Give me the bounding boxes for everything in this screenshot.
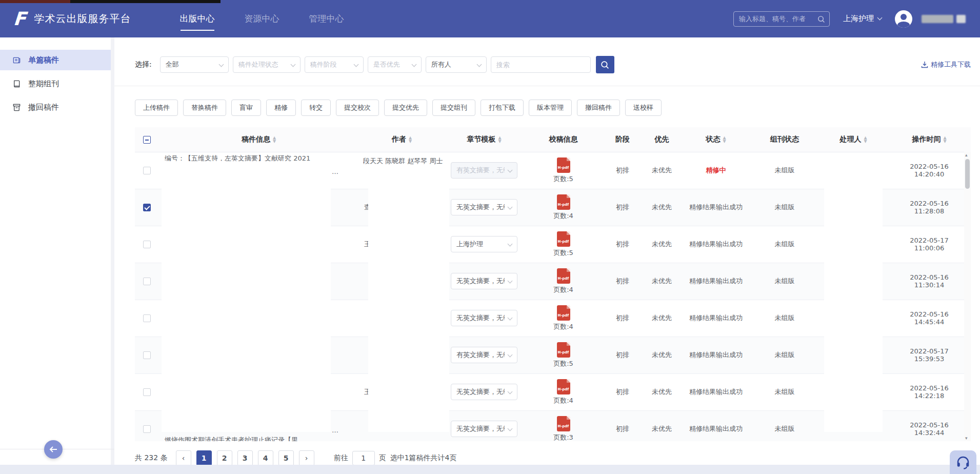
priority-cell: 未优先 [642, 189, 682, 226]
action-button[interactable]: 提交优先 [384, 100, 427, 116]
avatar[interactable] [895, 10, 912, 28]
keyword-search-input[interactable] [491, 56, 591, 73]
filter-select[interactable]: 全部 [160, 56, 229, 73]
action-button[interactable]: 替换稿件 [183, 100, 226, 116]
action-button[interactable]: 提交校次 [336, 100, 379, 116]
goto-page-input[interactable] [352, 451, 375, 465]
sort-icon[interactable]: ▲▼ [409, 136, 412, 143]
action-button[interactable]: 版本管理 [529, 100, 572, 116]
template-select[interactable]: 无英文摘要，无编 [451, 273, 517, 289]
action-button[interactable]: 转交 [301, 100, 331, 116]
pdf-file-icon[interactable]: H-pdf [557, 342, 570, 358]
page-number-button[interactable]: 1 [196, 450, 212, 466]
nav-item[interactable]: 资源中心 [245, 13, 279, 25]
action-button[interactable]: 提交组刊 [432, 100, 475, 116]
sidebar-item[interactable]: 撤回稿件 [0, 97, 111, 117]
pdf-file-icon[interactable]: H-pdf [557, 194, 570, 210]
op-date: 2022-05-16 [888, 384, 971, 392]
sidebar-item[interactable]: 整期组刊 [0, 73, 111, 94]
operation-time-cell: 2022-05-1614:32:44 [888, 410, 971, 441]
search-button[interactable] [596, 56, 614, 73]
filter-select[interactable]: 稿件阶段 [305, 56, 364, 73]
proof-info-cell: H-pdf页数:4 [524, 300, 603, 337]
org-selector[interactable]: 上海护理 [843, 14, 882, 24]
sort-icon[interactable]: ▲▼ [723, 136, 726, 143]
page-count: 页数:4 [524, 322, 603, 331]
action-button[interactable]: 精修 [266, 100, 296, 116]
row-select-cell [135, 226, 158, 263]
header-search-box [733, 11, 830, 27]
search-icon[interactable] [817, 15, 826, 26]
sort-icon[interactable]: ▲▼ [273, 136, 276, 143]
sort-icon[interactable]: ▲▼ [498, 136, 501, 143]
action-button[interactable]: 盲审 [231, 100, 261, 116]
template-cell: 有英文摘要，无编 [445, 152, 524, 189]
tool-download-link[interactable]: 精修工具下载 [921, 60, 971, 69]
row-checkbox[interactable] [143, 167, 151, 174]
journal-status-cell: 未组版 [750, 300, 819, 337]
op-time: 14:32:44 [888, 429, 971, 437]
column-header[interactable]: 状态▲▼ [682, 127, 750, 152]
scrollbar-thumb[interactable] [965, 159, 970, 189]
scroll-down-icon[interactable]: ▾ [965, 436, 968, 441]
template-cell: 无英文摘要，无编 [445, 373, 524, 410]
template-select[interactable]: 无英文摘要，无编 [451, 199, 517, 215]
nav-item[interactable]: 出版中心 [180, 13, 215, 25]
column-header[interactable]: 章节模板▲▼ [445, 127, 524, 152]
page-number-button[interactable]: 2 [217, 450, 232, 466]
sidebar-item[interactable]: 单篇稿件 [0, 50, 111, 70]
table-header-row: 稿件信息▲▼作者▲▼章节模板▲▼校稿信息阶段优先状态▲▼组刊状态处理人▲▼操作时… [135, 127, 971, 152]
page-number-button[interactable]: 5 [278, 450, 294, 466]
template-select[interactable]: 有英文摘要，无编 [451, 347, 517, 363]
scroll-up-icon[interactable]: ▴ [965, 152, 968, 157]
action-button[interactable]: 撤回稿件 [577, 100, 620, 116]
filter-select[interactable]: 所有人 [426, 56, 487, 73]
action-button[interactable]: 送校样 [625, 100, 662, 116]
status-text: 精修结果输出成功 [689, 240, 743, 248]
pdf-file-icon[interactable]: H-pdf [557, 157, 570, 173]
document-icon [12, 56, 21, 65]
column-header[interactable]: 处理人▲▼ [819, 127, 888, 152]
collapse-back-button[interactable] [44, 440, 63, 459]
row-checkbox[interactable] [143, 388, 151, 396]
column-header[interactable]: 作者▲▼ [359, 127, 445, 152]
next-page-button[interactable]: › [299, 450, 314, 466]
row-checkbox[interactable] [143, 314, 151, 322]
template-select[interactable]: 有英文摘要，无编 [451, 162, 517, 179]
total-count: 共 232 条 [135, 453, 168, 463]
sort-icon[interactable]: ▲▼ [943, 136, 946, 143]
row-checkbox[interactable] [143, 278, 151, 285]
customer-support-button[interactable] [950, 450, 976, 474]
row-checkbox[interactable] [143, 241, 151, 248]
filter-select[interactable]: 稿件处理状态 [233, 56, 301, 73]
action-button[interactable]: 上传稿件 [135, 100, 178, 116]
row-checkbox[interactable] [143, 425, 151, 433]
pdf-label: H-pdf [557, 350, 570, 354]
row-checkbox[interactable] [143, 204, 151, 211]
pdf-file-icon[interactable]: H-pdf [557, 231, 570, 247]
template-select[interactable]: 上海护理 [451, 236, 517, 252]
nav-item[interactable]: 管理中心 [309, 13, 344, 25]
pdf-file-icon[interactable]: H-pdf [557, 268, 570, 284]
column-label: 章节模板 [467, 135, 495, 144]
column-header[interactable]: 稿件信息▲▼ [158, 127, 359, 152]
header-search-input[interactable] [734, 12, 829, 26]
pdf-file-icon[interactable]: H-pdf [557, 379, 570, 394]
stage-cell: 初排 [603, 337, 642, 373]
page-number-button[interactable]: 4 [258, 450, 273, 466]
column-header[interactable]: 操作时间▲▼ [888, 127, 971, 152]
pdf-file-icon[interactable]: H-pdf [557, 305, 570, 321]
template-select[interactable]: 无英文摘要，无编 [451, 310, 517, 326]
prev-page-button[interactable]: ‹ [176, 450, 191, 466]
sort-icon[interactable]: ▲▼ [864, 136, 867, 143]
column-header: 阶段 [603, 127, 642, 152]
row-checkbox[interactable] [143, 351, 151, 359]
action-button[interactable]: 打包下载 [481, 100, 524, 116]
pdf-file-icon[interactable]: H-pdf [557, 416, 570, 431]
filter-select[interactable]: 是否优先 [368, 56, 422, 73]
select-all-checkbox[interactable] [143, 136, 151, 144]
template-select[interactable]: 无英文摘要，无编 [451, 421, 517, 437]
overflow-ellipsis: … [332, 426, 338, 434]
page-number-button[interactable]: 3 [237, 450, 253, 466]
template-select[interactable]: 无英文摘要，无编 [451, 384, 517, 400]
